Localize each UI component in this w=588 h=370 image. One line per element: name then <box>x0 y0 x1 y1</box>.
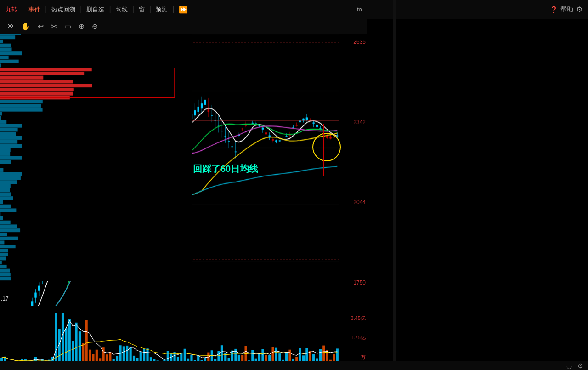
sep3: | <box>80 6 82 14</box>
toolbar-forecast[interactable]: 预测 <box>153 4 170 15</box>
eye-icon[interactable]: 👁 <box>5 22 16 32</box>
help-question-icon[interactable]: ❓ <box>550 6 558 13</box>
undo-icon[interactable]: ↩ <box>36 21 45 32</box>
help-label[interactable]: 帮助 <box>560 6 573 14</box>
volume-canvas <box>0 306 339 368</box>
vol-345: 3.45亿 <box>341 315 366 322</box>
toolbar-forward-icon[interactable]: ⏩ <box>176 4 191 15</box>
vol-wan: 万 <box>341 354 366 361</box>
rect-icon[interactable]: ▭ <box>62 21 73 32</box>
sep7: | <box>172 6 174 14</box>
price-axis: 2635 2342 2044 1750 <box>339 34 368 305</box>
help-section: ❓ 帮助 ⚙ <box>550 5 582 14</box>
sep6: | <box>149 6 151 14</box>
panel-separator <box>393 0 396 370</box>
toolbar-hotreview[interactable]: 热点回溯 <box>49 4 78 15</box>
price-2635: 2635 <box>341 39 366 45</box>
bottom-icon-left[interactable]: ◡ <box>566 362 572 370</box>
main-toolbar: 九转 | 事件 | 热点回溯 | 删自选 | 均线 | 窗 | 预测 | ⏩ t… <box>0 0 368 19</box>
plus-icon[interactable]: ⊕ <box>77 21 86 32</box>
price-1750: 1750 <box>341 279 366 286</box>
toolbar-shijian[interactable]: 事件 <box>26 4 43 15</box>
toolbar-delwatchlist[interactable]: 删自选 <box>84 4 107 15</box>
bottom-label: .17 <box>1 296 9 302</box>
hand-icon[interactable]: ✋ <box>19 21 32 32</box>
bottom-status-bar: ◡ ⚙ <box>0 361 588 370</box>
toolbar-to-label: to <box>354 5 365 14</box>
minus-icon[interactable]: ⊖ <box>90 21 100 32</box>
sep4: | <box>109 6 111 14</box>
sep1: | <box>22 6 24 14</box>
volume-axis: 3.45亿 1.75亿 万 <box>339 306 368 370</box>
icon-toolbar: 👁 ✋ ↩ ✂ ▭ ⊕ ⊖ <box>0 19 368 34</box>
sep5: | <box>132 6 134 14</box>
volume-profile-area <box>0 19 192 281</box>
toolbar-jiuzhuan[interactable]: 九转 <box>3 4 20 15</box>
sep2: | <box>45 6 47 14</box>
toolbar-window[interactable]: 窗 <box>136 4 147 15</box>
price-2342: 2342 <box>341 119 366 125</box>
gear-icon[interactable]: ⚙ <box>576 5 582 14</box>
cut-icon[interactable]: ✂ <box>49 21 59 32</box>
vol-175: 1.75亿 <box>341 334 366 341</box>
bottom-icon-right[interactable]: ⚙ <box>577 362 583 370</box>
price-2044: 2044 <box>341 199 366 205</box>
profile-canvas <box>0 19 192 281</box>
toolbar-mavg[interactable]: 均线 <box>113 4 130 15</box>
